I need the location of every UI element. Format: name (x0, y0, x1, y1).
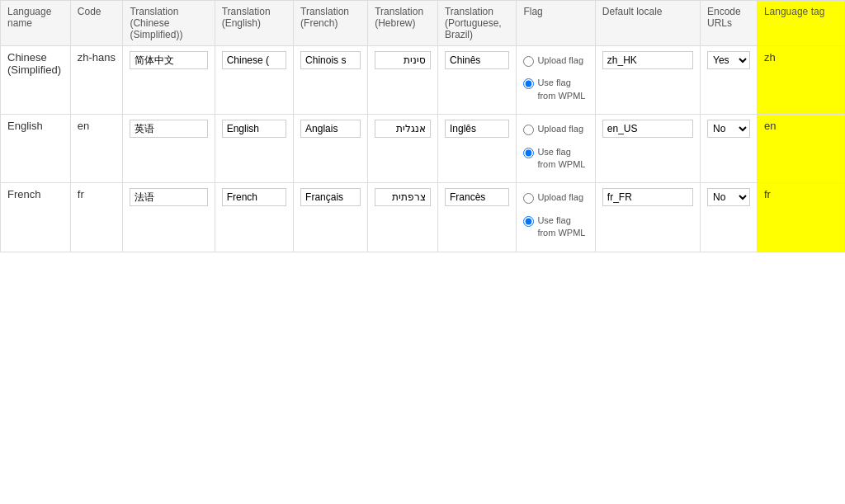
trans-french-input[interactable] (300, 188, 361, 206)
trans-french-cell[interactable] (294, 115, 368, 183)
header-trans-ptbr: Translation (Portuguese, Brazil) (437, 1, 516, 46)
trans-english-cell[interactable] (215, 46, 293, 115)
header-trans-french: Translation (French) (294, 1, 368, 46)
upload-flag-radio[interactable] (523, 56, 534, 67)
lang-name-cell: French (1, 183, 71, 252)
trans-chinese-cell[interactable] (123, 115, 215, 183)
wpml-flag-label: Use flag from WPML (537, 214, 588, 240)
header-trans-hebrew: Translation (Hebrew) (368, 1, 438, 46)
trans-english-input[interactable] (222, 51, 286, 69)
trans-ptbr-cell[interactable] (437, 183, 516, 252)
trans-french-cell[interactable] (294, 46, 368, 115)
default-locale-cell[interactable] (595, 183, 700, 252)
lang-tag-cell: fr (757, 183, 844, 252)
wpml-flag-label: Use flag from WPML (537, 77, 588, 102)
trans-ptbr-input[interactable] (445, 120, 509, 138)
encode-urls-select[interactable]: YesNo (707, 188, 750, 206)
wpml-flag-radio[interactable] (523, 148, 534, 158)
lang-tag-value: en (764, 120, 776, 132)
default-locale-input[interactable] (602, 51, 693, 69)
languages-table-container: Language name Code Translation (Chinese … (0, 0, 845, 252)
lang-code-cell: en (70, 115, 123, 183)
trans-english-cell[interactable] (215, 115, 293, 183)
default-locale-cell[interactable] (595, 115, 700, 183)
wpml-flag-label: Use flag from WPML (537, 146, 588, 172)
trans-hebrew-cell[interactable] (368, 115, 438, 183)
upload-flag-option[interactable]: Upload flag (523, 120, 588, 139)
header-trans-chinese: Translation (Chinese (Simplified)) (123, 1, 215, 46)
lang-tag-cell: en (757, 115, 844, 183)
upload-flag-option[interactable]: Upload flag (523, 188, 588, 207)
upload-flag-label: Upload flag (537, 54, 583, 67)
table-row: EnglishenUpload flagUse flag from WPMLYe… (1, 115, 845, 183)
wpml-flag-radio[interactable] (523, 216, 534, 227)
trans-hebrew-input[interactable] (375, 51, 431, 69)
trans-french-input[interactable] (300, 120, 361, 138)
upload-flag-radio[interactable] (523, 193, 534, 204)
encode-urls-select[interactable]: YesNo (707, 120, 750, 138)
upload-flag-label: Upload flag (537, 123, 583, 135)
wpml-flag-option[interactable]: Use flag from WPML (523, 143, 588, 175)
languages-table: Language name Code Translation (Chinese … (0, 0, 845, 252)
trans-chinese-cell[interactable] (123, 46, 215, 115)
trans-ptbr-cell[interactable] (437, 46, 516, 115)
default-locale-input[interactable] (602, 188, 693, 206)
trans-chinese-input[interactable] (130, 120, 207, 138)
trans-chinese-input[interactable] (130, 188, 207, 206)
trans-ptbr-cell[interactable] (437, 115, 516, 183)
trans-chinese-input[interactable] (130, 51, 207, 69)
lang-code-cell: zh-hans (70, 46, 123, 115)
trans-hebrew-cell[interactable] (368, 46, 438, 115)
header-encode-urls: Encode URLs (701, 1, 758, 46)
header-default-locale: Default locale (595, 1, 700, 46)
header-lang-name: Language name (1, 1, 71, 46)
trans-ptbr-input[interactable] (445, 51, 509, 69)
trans-english-cell[interactable] (215, 183, 293, 252)
header-flag: Flag (517, 1, 595, 46)
trans-english-input[interactable] (222, 188, 286, 206)
lang-name-cell: Chinese (Simplified) (1, 46, 71, 115)
trans-hebrew-input[interactable] (375, 120, 431, 138)
header-code: Code (70, 1, 123, 46)
upload-flag-label: Upload flag (537, 191, 583, 204)
table-row: FrenchfrUpload flagUse flag from WPMLYes… (1, 183, 845, 252)
wpml-flag-option[interactable]: Use flag from WPML (523, 211, 588, 243)
lang-tag-value: fr (764, 188, 771, 200)
upload-flag-option[interactable]: Upload flag (523, 51, 588, 70)
wpml-flag-option[interactable]: Use flag from WPML (523, 73, 588, 106)
encode-urls-select[interactable]: YesNo (707, 51, 750, 69)
encode-urls-cell[interactable]: YesNo (701, 183, 758, 252)
encode-urls-cell[interactable]: YesNo (701, 46, 758, 115)
trans-english-input[interactable] (222, 120, 286, 138)
header-trans-english: Translation (English) (215, 1, 293, 46)
upload-flag-radio[interactable] (523, 125, 534, 135)
table-row: Chinese (Simplified)zh-hansUpload flagUs… (1, 46, 845, 115)
encode-urls-cell[interactable]: YesNo (701, 115, 758, 183)
wpml-flag-radio[interactable] (523, 78, 534, 89)
trans-french-cell[interactable] (294, 183, 368, 252)
lang-name-cell: English (1, 115, 71, 183)
trans-chinese-cell[interactable] (123, 183, 215, 252)
default-locale-input[interactable] (602, 120, 693, 138)
trans-hebrew-input[interactable] (375, 188, 431, 206)
flag-cell: Upload flagUse flag from WPML (517, 46, 595, 115)
lang-tag-cell: zh (757, 46, 844, 115)
trans-hebrew-cell[interactable] (368, 183, 438, 252)
trans-french-input[interactable] (300, 51, 361, 69)
trans-ptbr-input[interactable] (445, 188, 509, 206)
flag-cell: Upload flagUse flag from WPML (517, 183, 595, 252)
lang-code-cell: fr (70, 183, 123, 252)
default-locale-cell[interactable] (595, 46, 700, 115)
flag-cell: Upload flagUse flag from WPML (517, 115, 595, 183)
lang-tag-value: zh (764, 51, 776, 64)
header-lang-tag: Language tag (757, 1, 844, 46)
